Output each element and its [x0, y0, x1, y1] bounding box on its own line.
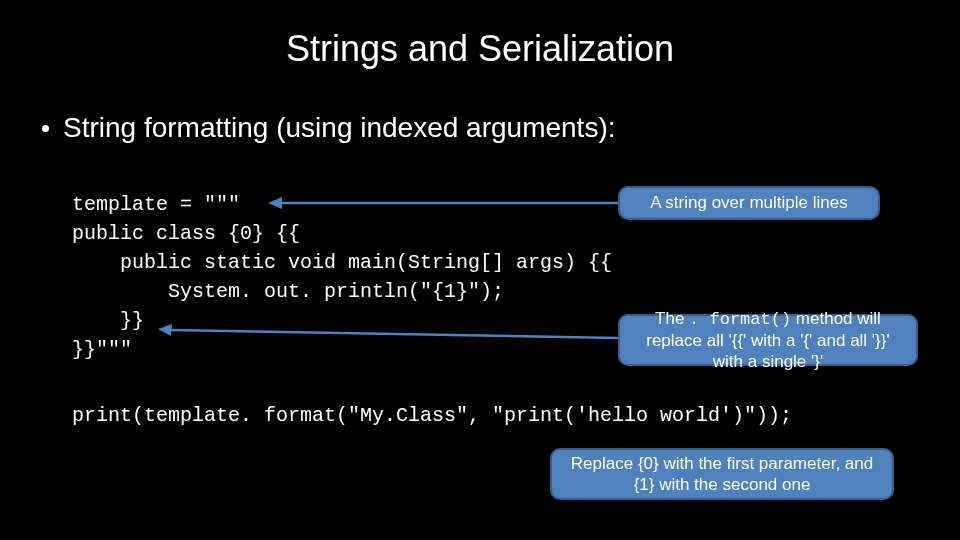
code-line: System. out. println("{1}");	[72, 280, 504, 303]
code-line: public static void main(String[] args) {…	[72, 251, 612, 274]
svg-marker-3	[158, 324, 172, 336]
arrow-icon	[158, 324, 620, 342]
code-line: public class {0} {{	[72, 222, 300, 245]
callout-multiline-string: A string over multiple lines	[618, 186, 880, 220]
slide-title: Strings and Serialization	[0, 0, 960, 70]
callout-text: A string over multiple lines	[650, 192, 847, 213]
arrow-icon	[268, 196, 620, 210]
svg-marker-1	[268, 197, 282, 209]
print-line: print(template. format("My.Class", "prin…	[72, 404, 792, 427]
bullet-item: String formatting (using indexed argumen…	[0, 112, 960, 144]
bullet-text: String formatting (using indexed argumen…	[63, 112, 616, 144]
slide: Strings and Serialization String formatt…	[0, 0, 960, 540]
callout-code-part: . format()	[689, 310, 791, 329]
code-line: template = """	[72, 193, 240, 216]
callout-replace-params: Replace {0} with the first parameter, an…	[550, 448, 894, 500]
callout-format-method: The . format() method will replace all '…	[618, 314, 918, 366]
bullet-dot-icon	[42, 125, 49, 132]
callout-text-part: The	[655, 309, 689, 328]
code-line: }}"""	[72, 338, 132, 361]
code-line: }}	[72, 309, 144, 332]
svg-line-2	[170, 330, 618, 338]
callout-text: The . format() method will replace all '…	[632, 308, 904, 373]
callout-text: Replace {0} with the first parameter, an…	[564, 453, 880, 496]
